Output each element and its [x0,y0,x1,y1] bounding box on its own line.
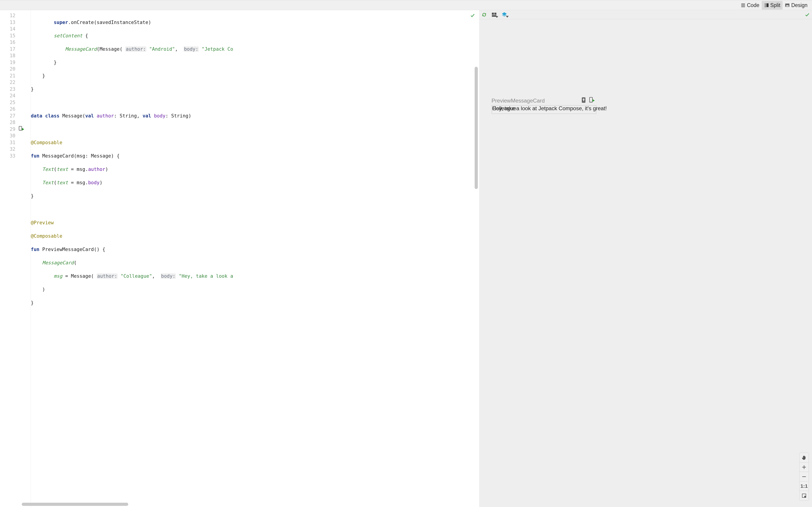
preview-item-actions [581,97,595,103]
zoom-1to1-label: 1:1 [801,483,808,489]
chevron-down-icon [496,16,498,18]
layers-dropdown[interactable] [501,12,507,18]
preview-composable: PreviewMessageCard Hey, take a look at J… [492,98,596,114]
preview-panel: PreviewMessageCard Hey, take a look at J… [479,10,812,507]
interactive-mode-icon[interactable] [581,97,586,103]
param-hint-body: body: [161,273,176,279]
anno-composable: @Composable [31,140,62,145]
tab-split-label: Split [770,2,780,8]
kw-super: super [54,20,68,25]
svg-point-12 [20,129,20,130]
editor-vertical-scrollbar[interactable] [475,67,478,189]
refresh-icon[interactable] [481,12,487,17]
svg-rect-14 [492,13,494,15]
editor-horizontal-scrollbar[interactable] [22,503,128,506]
deploy-preview-icon[interactable] [589,97,595,103]
minus-icon [802,474,806,479]
anno-preview: @Preview [31,220,54,225]
inspection-ok-icon[interactable] [470,13,475,18]
zoom-actual-button[interactable]: 1:1 [800,482,809,491]
svg-rect-15 [494,13,496,15]
fn-MessageCard: MessageCard [65,46,97,52]
zoom-controls: 1:1 [799,453,809,501]
landscape-icon [785,3,790,8]
gutter-icons [18,10,31,507]
svg-marker-20 [506,16,509,18]
svg-marker-17 [496,16,498,18]
tab-split[interactable]: Split [762,1,783,10]
zoom-in-button[interactable] [800,462,809,472]
preview-author-text: Colleague [492,105,516,112]
run-preview-gutter-icon[interactable] [19,126,25,131]
tab-design-label: Design [791,2,807,8]
lines-icon [741,3,746,8]
svg-point-25 [591,101,591,102]
svg-rect-23 [583,99,584,101]
code-editor[interactable]: 12131415 16171819 20212223 24252627 2829… [0,10,479,507]
fit-screen-icon [802,494,806,498]
tab-code[interactable]: Code [739,1,762,10]
line-number-gutter: 12131415 16171819 20212223 24252627 2829… [0,10,18,507]
tab-code-label: Code [747,2,759,8]
view-tabs: Code Split Design [739,1,810,10]
svg-marker-13 [22,128,24,130]
preview-toolbar [479,10,812,19]
chevron-down-icon [506,16,509,18]
svg-rect-31 [804,496,806,498]
anno-composable: @Composable [31,233,62,239]
preview-surface[interactable]: PreviewMessageCard Hey, take a look at J… [479,19,812,507]
pan-button[interactable] [800,453,809,462]
code-area[interactable]: super.onCreate(savedInstanceState) setCo… [31,10,479,507]
ui-check-mode-dropdown[interactable] [492,12,497,17]
param-hint-body: body: [184,46,199,52]
zoom-fit-button[interactable] [800,491,809,500]
plus-icon [802,465,806,469]
editor-horizontal-scrollbar-track [18,502,479,507]
zoom-out-button[interactable] [800,472,809,482]
view-mode-toolbar: Code Split Design [0,0,812,10]
split-icon [764,3,769,8]
tab-design[interactable]: Design [782,1,810,10]
param-hint-author: author: [97,273,118,279]
preview-function-label: PreviewMessageCard [492,98,596,104]
hand-icon [802,455,807,460]
svg-marker-26 [593,99,595,102]
preview-render: Hey, take a look at Jetpack Compose, it'… [492,105,596,114]
param-hint-author: author: [125,46,146,52]
svg-rect-8 [767,4,768,7]
fn-setContent: setContent [54,33,82,39]
inspection-ok-icon[interactable] [805,12,810,17]
